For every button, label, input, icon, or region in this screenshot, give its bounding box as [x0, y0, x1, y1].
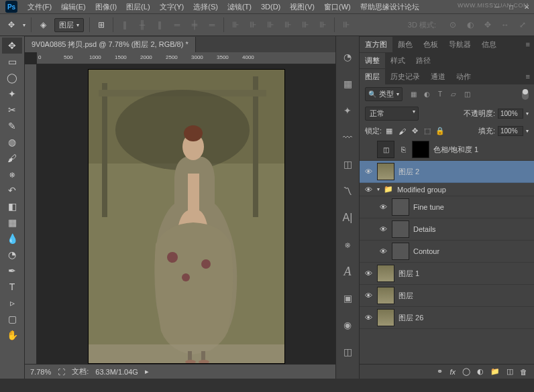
layer-row[interactable]: 👁 图层 2: [360, 161, 534, 183]
menu-image[interactable]: 图像(I): [91, 2, 121, 12]
lasso-tool[interactable]: ◯: [2, 70, 22, 86]
group-collapse-icon[interactable]: ▾: [377, 186, 380, 192]
tab-layers[interactable]: 图层: [360, 69, 385, 84]
3d-roll-icon[interactable]: ◐: [464, 19, 476, 31]
menu-help[interactable]: 帮助思缘设计论坛: [356, 2, 424, 12]
tab-info[interactable]: 信息: [476, 37, 502, 52]
layer-name[interactable]: 图层 2: [398, 167, 419, 177]
menu-window[interactable]: 窗口(W): [319, 2, 356, 12]
visibility-icon[interactable]: 👁: [378, 247, 388, 255]
visibility-icon[interactable]: 👁: [378, 203, 388, 211]
layer-row[interactable]: 👁 Contour: [360, 241, 534, 263]
auto-select-icon[interactable]: ◈: [37, 19, 49, 31]
fill-input[interactable]: [498, 126, 523, 136]
tab-swatches[interactable]: 色板: [418, 37, 443, 52]
shape-tool[interactable]: ▢: [2, 311, 22, 327]
new-layer-icon[interactable]: ◫: [506, 367, 513, 376]
hand-tool[interactable]: ✋: [2, 327, 22, 343]
visibility-icon[interactable]: 👁: [364, 168, 373, 176]
layer-name[interactable]: Modified group: [397, 186, 446, 194]
healing-brush-tool[interactable]: ◍: [2, 134, 22, 150]
distribute-4-icon[interactable]: ⊪: [282, 19, 294, 31]
layers-panel-menu-icon[interactable]: ≡: [522, 72, 534, 80]
layer-name[interactable]: 色相/饱和度 1: [433, 145, 478, 155]
canvas-viewport[interactable]: [37, 64, 335, 364]
opacity-dropdown-icon[interactable]: ▾: [526, 111, 529, 117]
layer-name[interactable]: Details: [413, 225, 436, 233]
lock-pixels-icon[interactable]: 🖌: [397, 127, 407, 135]
move-tool[interactable]: ✥: [2, 38, 22, 54]
dock-properties-icon[interactable]: ✦: [340, 103, 355, 118]
blend-mode-dropdown[interactable]: 正常▾: [365, 107, 419, 121]
dock-history-icon[interactable]: ◔: [340, 50, 355, 64]
dock-brushes-icon[interactable]: 〰: [340, 130, 355, 145]
dock-styles-icon[interactable]: ◫: [340, 344, 355, 359]
layer-row[interactable]: 👁 图层 1: [360, 263, 534, 285]
expand-icon[interactable]: ⛶: [58, 368, 65, 376]
3d-slide-icon[interactable]: ↔: [499, 19, 511, 31]
dock-swatches-icon[interactable]: ◫: [340, 157, 355, 172]
filter-pixel-icon[interactable]: ▦: [409, 90, 418, 99]
opacity-input[interactable]: [498, 109, 523, 119]
layer-row[interactable]: 👁 图层: [360, 285, 534, 307]
type-tool[interactable]: T: [2, 279, 22, 295]
tab-channels[interactable]: 通道: [425, 69, 451, 84]
menu-view[interactable]: 视图(V): [285, 2, 319, 12]
panel-menu-icon[interactable]: ≡: [522, 40, 534, 48]
fx-icon[interactable]: fx: [449, 368, 456, 376]
filter-shape-icon[interactable]: ▱: [449, 90, 458, 99]
tab-styles[interactable]: 样式: [385, 53, 411, 68]
dock-char-icon[interactable]: A|: [340, 210, 355, 225]
pen-tool[interactable]: ✒: [2, 263, 22, 279]
clone-stamp-tool[interactable]: ⎈: [2, 166, 22, 182]
visibility-icon[interactable]: 👁: [364, 314, 373, 322]
dock-glyphs-icon[interactable]: A: [340, 264, 355, 279]
visibility-icon[interactable]: 👁: [364, 186, 373, 194]
distribute-1-icon[interactable]: ⊪: [229, 19, 242, 31]
adjustment-icon[interactable]: ◐: [477, 367, 484, 376]
tab-actions[interactable]: 动作: [451, 69, 476, 84]
crop-tool[interactable]: ✂: [2, 102, 22, 118]
transform-controls-icon[interactable]: ⊞: [95, 19, 107, 31]
dock-layercomp-icon[interactable]: ▣: [340, 291, 355, 306]
distribute-2-icon[interactable]: ⊪: [247, 19, 259, 31]
menu-edit[interactable]: 编辑(E): [56, 2, 91, 12]
align-top-icon[interactable]: ═: [171, 19, 183, 31]
visibility-icon[interactable]: 👁: [364, 269, 373, 277]
group-icon[interactable]: 📁: [490, 367, 500, 376]
blur-tool[interactable]: 💧: [2, 231, 22, 247]
lock-all-icon[interactable]: 🔒: [435, 127, 445, 135]
tab-navigator[interactable]: 导航器: [443, 37, 476, 52]
layer-name[interactable]: 图层 1: [398, 269, 419, 279]
menu-type[interactable]: 文字(Y): [155, 2, 189, 12]
move-tool-preset-icon[interactable]: ✥: [5, 19, 17, 31]
more-distribute-icon[interactable]: ⊪: [340, 19, 352, 31]
fill-dropdown-icon[interactable]: ▾: [526, 128, 529, 134]
layer-name[interactable]: 图层 26: [398, 313, 423, 323]
visibility-icon[interactable]: 👁: [378, 225, 388, 233]
filter-adjust-icon[interactable]: ◐: [422, 90, 431, 99]
marquee-tool[interactable]: ▭: [2, 54, 22, 70]
layer-name[interactable]: Fine tune: [413, 203, 444, 211]
tab-histogram[interactable]: 直方图: [360, 37, 392, 52]
tab-paths[interactable]: 路径: [411, 53, 436, 68]
eraser-tool[interactable]: ◧: [2, 198, 22, 214]
mask-icon[interactable]: ◯: [462, 367, 470, 376]
layer-row[interactable]: 👁 Details: [360, 218, 534, 241]
layer-row[interactable]: ◫ ⎘ 色相/饱和度 1: [360, 139, 534, 161]
document-tab[interactable]: 9V0A0885 拷贝.psd @ 7.78% (图层 2, RGB/8) *: [25, 37, 196, 52]
distribute-3-icon[interactable]: ⊪: [264, 19, 276, 31]
magic-wand-tool[interactable]: ✦: [2, 86, 22, 102]
dock-clone-icon[interactable]: ⎈: [340, 237, 355, 252]
filter-type-icon[interactable]: T: [435, 90, 445, 99]
distribute-5-icon[interactable]: ⊪: [299, 19, 311, 31]
align-right-icon[interactable]: ‖: [154, 19, 166, 31]
visibility-icon[interactable]: 👁: [364, 291, 373, 300]
layer-row-group[interactable]: 👁 ▾ 📁 Modified group: [360, 183, 534, 196]
layer-filter-dropdown[interactable]: 🔍 类型 ▾: [365, 87, 403, 101]
menu-3d[interactable]: 3D(D): [256, 3, 285, 11]
brush-tool[interactable]: 🖌: [2, 150, 22, 166]
lock-position-icon[interactable]: ✥: [410, 127, 419, 135]
tab-color[interactable]: 颜色: [392, 37, 418, 52]
align-center-h-icon[interactable]: ╫: [136, 19, 148, 31]
